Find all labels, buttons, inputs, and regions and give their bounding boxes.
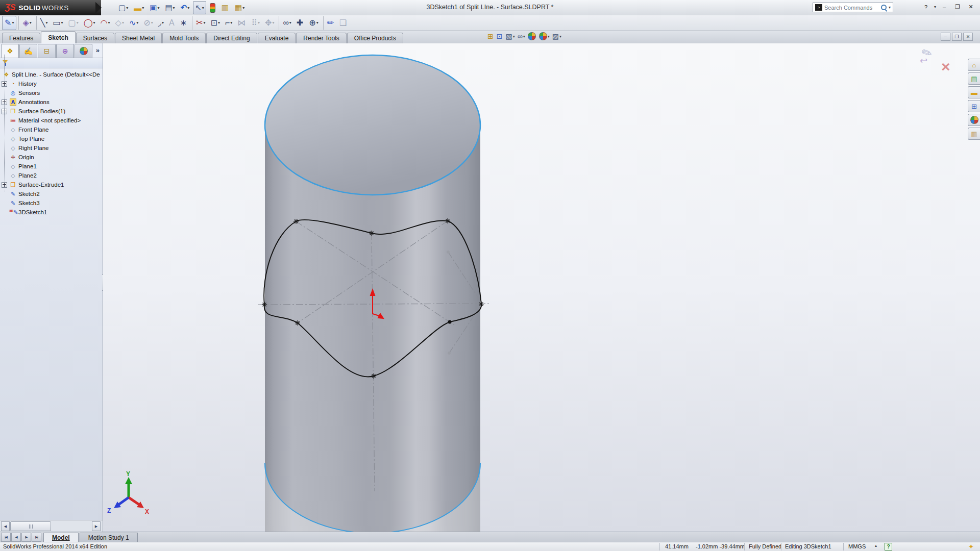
tree-item-3dsketch1[interactable]: 3DSketch1 (0, 208, 103, 217)
tree-item-sketch2[interactable]: Sketch2 (0, 189, 103, 198)
dropdown-caret-icon[interactable]: ▾ (187, 6, 189, 10)
tree-item-origin[interactable]: Origin (0, 153, 103, 162)
quick-snaps-button[interactable]: ⊕ ▾ (306, 16, 321, 30)
corner-rectangle-button[interactable]: ▭ ▾ (50, 16, 65, 30)
dropdown-caret-icon[interactable]: ▾ (242, 6, 244, 10)
dropdown-caret-icon[interactable]: ▾ (12, 20, 14, 25)
tab-office-products[interactable]: Office Products (347, 33, 403, 43)
panel-tabs-expand-icon[interactable]: » (96, 46, 100, 54)
dropdown-caret-icon[interactable]: ▾ (61, 20, 63, 25)
tab-direct-editing[interactable]: Direct Editing (206, 33, 257, 43)
exit-sketch-arrow-icon[interactable]: ↩ (920, 55, 927, 66)
tree-item-surface-extrude1[interactable]: Surface-Extrude1 (0, 180, 103, 189)
dropdown-caret-icon[interactable]: ▾ (272, 20, 274, 25)
apply-scene-button[interactable]: ▾ (539, 32, 550, 40)
tags-icon[interactable]: ✦ (968, 543, 974, 550)
view-palette-tab[interactable]: ⊞ (968, 100, 980, 112)
doc-minimize-button[interactable]: – (941, 33, 950, 41)
dropdown-caret-icon[interactable]: ▾ (136, 20, 138, 25)
scrollbar-thumb[interactable] (10, 521, 51, 531)
display-delete-relations-button[interactable]: ∞ ▾ (279, 16, 293, 30)
sketch-picture-button[interactable]: ❑ (337, 16, 350, 30)
quick-tips-help-button[interactable]: ? (885, 543, 892, 550)
tab-render-tools[interactable]: Render Tools (296, 33, 347, 43)
dropdown-caret-icon[interactable]: ▾ (77, 20, 79, 25)
dropdown-caret-icon[interactable]: ▾ (122, 20, 124, 25)
doc-restore-button[interactable]: ❐ (952, 33, 962, 41)
custom-properties-tab[interactable]: ▦ (968, 128, 980, 140)
close-button[interactable]: ✕ (966, 3, 976, 11)
tab-features[interactable]: Features (2, 33, 40, 43)
linear-sketch-pattern-button[interactable]: ⠿ ▾ (249, 16, 262, 30)
smart-dimension-button[interactable]: ◈ ▾ (18, 16, 34, 30)
zoom-to-area-button[interactable]: ⊡ (497, 32, 503, 40)
tree-item-plane2[interactable]: Plane2 (0, 171, 103, 180)
file-properties-button[interactable]: ▦ ▾ (233, 1, 247, 14)
dropdown-caret-icon[interactable]: ▾ (157, 6, 159, 10)
dropdown-caret-icon[interactable]: ▾ (559, 34, 561, 39)
spline-button[interactable]: ∿ ▾ (127, 16, 141, 30)
tab-motion-study-1[interactable]: Motion Study 1 (80, 533, 138, 542)
edit-appearance-button[interactable] (528, 32, 536, 40)
search-commands-box[interactable]: > Search Commands ▾ (813, 3, 893, 12)
tree-item-sketch3[interactable]: Sketch3 (0, 198, 103, 208)
options-button[interactable]: ▥ (219, 1, 231, 14)
offset-entities-button[interactable]: ⌐ ▾ (223, 16, 235, 30)
search-caret-icon[interactable]: ▾ (889, 5, 891, 10)
dropdown-caret-icon[interactable]: ▾ (523, 34, 525, 39)
dropdown-caret-icon[interactable]: ▾ (258, 20, 260, 25)
tab-surfaces[interactable]: Surfaces (76, 33, 114, 43)
cancel-sketch-icon[interactable]: × (941, 58, 950, 76)
search-input[interactable]: Search Commands (824, 5, 879, 11)
select-button[interactable]: ↖ ▾ (193, 1, 206, 14)
ellipse-button[interactable]: ⊘ ▾ (141, 16, 155, 30)
dropdown-caret-icon[interactable]: ▾ (316, 20, 318, 25)
tab-mold-tools[interactable]: Mold Tools (162, 33, 206, 43)
undo-button[interactable]: ↶ ▾ (179, 1, 192, 14)
dropdown-caret-icon[interactable]: ▾ (151, 20, 153, 25)
point-button[interactable]: ∗ (178, 16, 190, 30)
doc-close-button[interactable]: ✕ (963, 33, 973, 41)
view-orientation-button[interactable]: ▧ ▾ (505, 32, 514, 40)
dropdown-caret-icon[interactable]: ▾ (230, 20, 232, 25)
dropdown-caret-icon[interactable]: ▾ (548, 34, 550, 39)
dropdown-caret-icon[interactable]: ▾ (218, 20, 220, 25)
sketch-fillet-button[interactable]: ◞ ▾ (156, 16, 166, 30)
tree-item-material[interactable]: Material <not specified> (0, 116, 103, 125)
dropdown-caret-icon[interactable]: ▾ (203, 20, 205, 25)
tab-sheet-metal[interactable]: Sheet Metal (115, 33, 162, 43)
next-tab-button[interactable]: ▶ (21, 533, 31, 542)
zoom-to-fit-button[interactable]: ⊞ (487, 32, 494, 40)
solidworks-resources-tab[interactable]: ⌂ (968, 59, 980, 71)
tree-item-sensors[interactable]: Sensors (0, 88, 103, 97)
previous-tab-button[interactable]: ◀ (11, 533, 21, 542)
propertymanager-tab[interactable]: ✍ (19, 44, 37, 58)
configurationmanager-tab[interactable]: ⊟ (38, 44, 56, 58)
tree-item-right-plane[interactable]: Right Plane (0, 143, 103, 153)
open-button[interactable]: ▬ ▾ (132, 1, 146, 14)
sketch-button[interactable]: ✎ ▾ (2, 16, 16, 30)
display-style-button[interactable]: ∞ ▾ (518, 32, 525, 40)
save-button[interactable]: ▣ ▾ (148, 1, 161, 14)
mirror-entities-button[interactable]: ⋈ (235, 16, 249, 30)
dropdown-caret-icon[interactable]: ▾ (289, 20, 291, 25)
design-library-tab[interactable]: ▤ (968, 72, 980, 85)
panel-horizontal-scrollbar[interactable]: ◀ ▶ (0, 520, 103, 532)
graphics-viewport[interactable]: Y X Z ✎ ↩ × (103, 43, 980, 532)
rebuild-button[interactable] (208, 1, 218, 14)
dropdown-caret-icon[interactable]: ▾ (173, 6, 175, 10)
straight-slot-button[interactable]: ▢ ▾ (66, 16, 81, 30)
view-settings-button[interactable]: ▨ ▾ (552, 32, 561, 40)
restore-button[interactable]: ❐ (952, 3, 963, 11)
tree-item-front-plane[interactable]: Front Plane (0, 125, 103, 134)
dropdown-caret-icon[interactable]: ▾ (108, 20, 110, 25)
new-document-button[interactable]: ▢ ▾ (116, 1, 130, 14)
convert-entities-button[interactable]: ⊡ ▾ (208, 16, 222, 30)
dropdown-caret-icon[interactable]: ▾ (142, 6, 144, 10)
dropdown-caret-icon[interactable]: ▾ (45, 20, 47, 25)
search-icon[interactable] (881, 5, 887, 10)
tree-item-surface-bodies[interactable]: Surface Bodies(1) (0, 107, 103, 116)
dimxpertmanager-tab[interactable]: ⊕ (56, 44, 74, 58)
tree-filter-bar[interactable] (0, 58, 103, 68)
line-button[interactable]: ╲ ▾ (36, 16, 51, 30)
